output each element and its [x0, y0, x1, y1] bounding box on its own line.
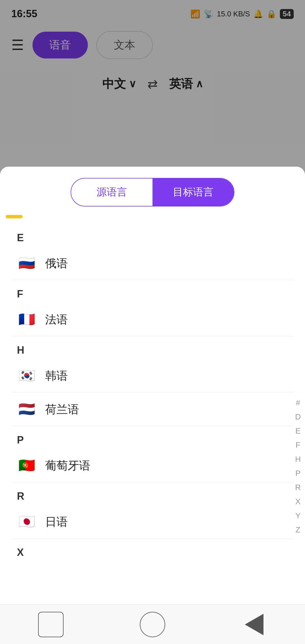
index-hash[interactable]: #: [296, 398, 300, 407]
nav-back-button[interactable]: [241, 612, 267, 637]
index-p[interactable]: P: [295, 469, 301, 478]
list-item[interactable]: 🇵🇹 葡萄牙语: [11, 449, 294, 482]
index-y[interactable]: Y: [295, 511, 301, 520]
index-f[interactable]: F: [295, 441, 300, 450]
flag-portugal: 🇵🇹: [17, 456, 37, 475]
sheet-tab-area: 源语言 目标语言: [0, 167, 305, 212]
index-x[interactable]: X: [295, 497, 301, 506]
index-d[interactable]: D: [295, 412, 301, 421]
flag-korea: 🇰🇷: [17, 366, 37, 386]
back-triangle-icon: [245, 614, 263, 635]
language-list[interactable]: E 🇷🇺 俄语 F 🇫🇷 法语 H 🇰🇷 韩语 🇳🇱 荷兰语 P: [0, 224, 305, 644]
lang-name-portuguese: 葡萄牙语: [45, 458, 90, 473]
section-header-h: H: [11, 336, 294, 359]
list-item[interactable]: 🇷🇺 俄语: [11, 247, 294, 280]
flag-france: 🇫🇷: [17, 310, 37, 329]
flag-japan: 🇯🇵: [17, 512, 37, 532]
index-e[interactable]: E: [295, 427, 301, 436]
flag-netherlands: 🇳🇱: [17, 399, 37, 419]
lang-name-korean: 韩语: [45, 368, 68, 384]
section-header-e: E: [11, 224, 294, 247]
sheet-tab-container: 源语言 目标语言: [71, 178, 234, 206]
list-item[interactable]: 🇯🇵 日语: [11, 505, 294, 539]
flag-russia: 🇷🇺: [17, 253, 37, 273]
bottom-sheet: 源语言 目标语言 E 🇷🇺 俄语 F 🇫🇷 法语 H 🇰🇷 韩语 🇳: [0, 167, 305, 644]
lang-name-french: 法语: [45, 312, 68, 327]
nav-home-button[interactable]: [140, 612, 165, 637]
section-header-x: X: [11, 539, 294, 561]
section-header-f: F: [11, 280, 294, 303]
lang-name-dutch: 荷兰语: [45, 402, 79, 417]
nav-square-button[interactable]: [38, 612, 64, 637]
list-item[interactable]: 🇰🇷 韩语: [11, 359, 294, 393]
target-lang-tab[interactable]: 目标语言: [152, 179, 234, 206]
index-bar: # D E F H P R X Y Z: [291, 393, 305, 599]
section-header-r: R: [11, 482, 294, 505]
lang-name-russian: 俄语: [45, 256, 68, 271]
yellow-dash-indicator: [6, 215, 23, 218]
bottom-nav-bar: [0, 604, 305, 644]
list-item[interactable]: 🇫🇷 法语: [11, 303, 294, 336]
index-r[interactable]: R: [295, 483, 301, 492]
source-lang-tab[interactable]: 源语言: [71, 179, 152, 206]
index-h[interactable]: H: [295, 455, 301, 464]
lang-name-japanese: 日语: [45, 514, 68, 530]
dim-overlay: [0, 0, 305, 175]
section-header-p: P: [11, 426, 294, 449]
index-z[interactable]: Z: [295, 525, 300, 534]
list-item[interactable]: 🇳🇱 荷兰语: [11, 393, 294, 426]
